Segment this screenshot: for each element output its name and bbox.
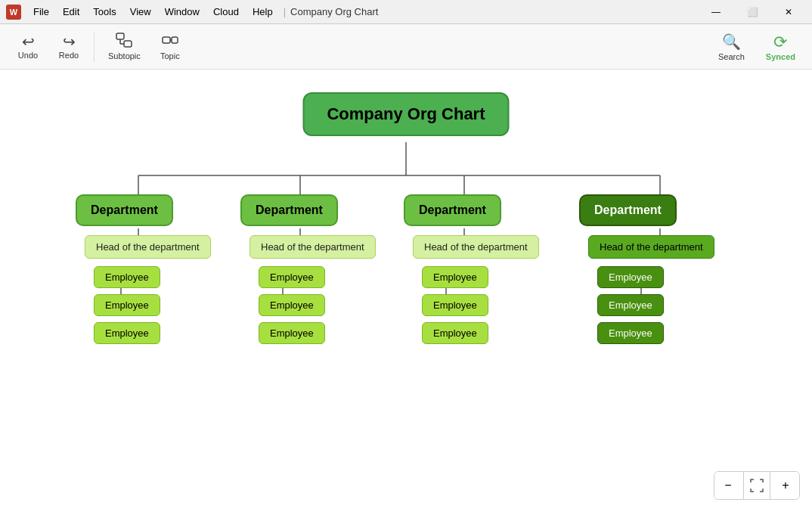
dept-node-4[interactable]: Department [579, 194, 677, 226]
close-button[interactable]: ✕ [771, 1, 806, 23]
dept-node-3[interactable]: Department [404, 194, 501, 226]
head-node-1[interactable]: Head of the department [85, 235, 211, 259]
subtopic-icon [116, 33, 132, 50]
search-button[interactable]: 🔍 Search [711, 29, 752, 64]
head-node-4[interactable]: Head of the department [588, 235, 714, 259]
employee-label-2-1: Employee [270, 272, 314, 283]
redo-button[interactable]: ↪ Redo [50, 31, 88, 63]
menu-window[interactable]: Window [159, 5, 206, 19]
head-label-4: Head of the department [600, 241, 703, 253]
zoom-out-button[interactable]: − [714, 472, 742, 499]
topic-label: Topic [160, 51, 180, 61]
head-label-2: Head of the department [261, 241, 364, 253]
employee-node-4-2[interactable]: Employee [597, 294, 664, 316]
search-label: Search [718, 52, 745, 61]
employee-label-3-1: Employee [433, 272, 477, 283]
employee-label-1-1: Employee [105, 272, 149, 283]
toolbar: ↩ Undo ↪ Redo Subtopic Topic [0, 24, 812, 70]
menu-bar: File Edit Tools View Window Cloud Help [27, 5, 279, 19]
topic-button[interactable]: Topic [151, 29, 189, 64]
svg-rect-4 [163, 37, 170, 43]
root-node[interactable]: Company Org Chart [302, 92, 509, 136]
employee-node-2-1[interactable]: Employee [259, 266, 325, 288]
dept-node-1[interactable]: Department [76, 194, 173, 226]
redo-label: Redo [59, 51, 79, 60]
app-logo: W [6, 5, 21, 20]
employee-node-1-2[interactable]: Employee [94, 294, 160, 316]
minimize-button[interactable]: — [699, 1, 733, 23]
employee-label-3-3: Employee [433, 327, 477, 339]
subtopic-button[interactable]: Subtopic [101, 29, 148, 64]
menu-edit[interactable]: Edit [57, 5, 85, 19]
employee-node-1-1[interactable]: Employee [94, 266, 160, 288]
zoom-fit-button[interactable] [743, 472, 770, 499]
undo-icon: ↩ [22, 34, 35, 49]
zoom-fit-icon [750, 479, 764, 492]
employee-node-2-2[interactable]: Employee [259, 294, 325, 316]
toolbar-right: 🔍 Search ⟳ Synced [711, 29, 803, 64]
title-separator: | [284, 6, 286, 17]
employee-node-2-3[interactable]: Employee [259, 322, 325, 344]
svg-rect-0 [116, 33, 124, 39]
employee-label-4-1: Employee [609, 272, 652, 283]
menu-view[interactable]: View [124, 5, 157, 19]
synced-icon: ⟳ [773, 33, 787, 52]
head-label-3: Head of the department [424, 241, 528, 253]
employee-node-3-3[interactable]: Employee [422, 322, 488, 344]
employee-label-1-3: Employee [105, 327, 149, 339]
menu-cloud[interactable]: Cloud [207, 5, 245, 19]
employee-label-1-2: Employee [105, 299, 149, 311]
employee-node-1-3[interactable]: Employee [94, 322, 160, 344]
window-title: Company Org Chart [290, 6, 378, 17]
subtopic-label: Subtopic [108, 51, 141, 61]
menu-tools[interactable]: Tools [87, 5, 122, 19]
employee-label-2-2: Employee [270, 299, 314, 311]
employee-node-3-1[interactable]: Employee [422, 266, 488, 288]
canvas[interactable]: Company Org Chart Department Head of the… [0, 70, 812, 512]
dept-label-1: Department [91, 203, 158, 216]
window-controls: — ⬜ ✕ [699, 1, 806, 23]
zoom-controls: − + [714, 471, 800, 500]
synced-button[interactable]: ⟳ Synced [758, 29, 803, 64]
head-node-3[interactable]: Head of the department [413, 235, 539, 259]
head-label-1: Head of the department [96, 241, 200, 253]
employee-label-4-2: Employee [609, 299, 652, 311]
title-bar: W File Edit Tools View Window Cloud Help… [0, 0, 812, 24]
undo-button[interactable]: ↩ Undo [9, 31, 47, 63]
undo-label: Undo [18, 51, 38, 60]
toolbar-divider [94, 32, 95, 62]
menu-file[interactable]: File [27, 5, 55, 19]
menu-help[interactable]: Help [246, 5, 279, 19]
employee-node-4-3[interactable]: Employee [597, 322, 664, 344]
redo-icon: ↪ [63, 34, 76, 49]
employee-label-3-2: Employee [433, 299, 477, 311]
svg-rect-1 [124, 41, 132, 47]
employee-label-2-3: Employee [270, 327, 314, 339]
topic-icon [162, 33, 178, 50]
synced-label: Synced [766, 52, 795, 61]
svg-rect-5 [172, 37, 178, 43]
employee-node-3-2[interactable]: Employee [422, 294, 488, 316]
employee-label-4-3: Employee [609, 327, 652, 339]
dept-label-4: Department [594, 203, 662, 216]
dept-label-2: Department [256, 203, 323, 216]
head-node-2[interactable]: Head of the department [249, 235, 376, 259]
dept-label-3: Department [419, 203, 486, 216]
zoom-in-button[interactable]: + [772, 472, 799, 499]
root-label: Company Org Chart [327, 104, 485, 123]
employee-node-4-1[interactable]: Employee [597, 266, 664, 288]
chart-area: Company Org Chart Department Head of the… [0, 70, 812, 512]
dept-node-2[interactable]: Department [240, 194, 338, 226]
maximize-button[interactable]: ⬜ [735, 1, 770, 23]
search-icon: 🔍 [722, 33, 741, 51]
